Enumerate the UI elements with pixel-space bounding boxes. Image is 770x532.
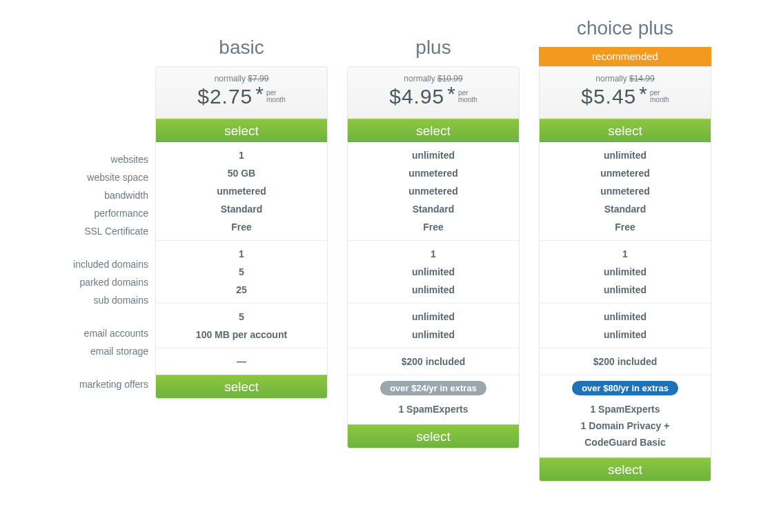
extra-item: 1 SpamExperts: [540, 401, 711, 417]
label-ssl: SSL Certificate: [34, 222, 155, 240]
val: unmetered: [540, 164, 711, 182]
val: Standard: [540, 200, 711, 218]
val: unlimited: [540, 308, 711, 326]
label-sub-domains: sub domains: [34, 291, 155, 309]
plans-row: basic normally $7.99 $2.75 * permonth se…: [155, 14, 711, 482]
pricing-table: websites website space bandwidth perform…: [34, 14, 738, 482]
val: unlimited: [348, 146, 519, 164]
plan-basic: basic normally $7.99 $2.75 * permonth se…: [155, 14, 328, 482]
label-email-storage: email storage: [34, 342, 155, 360]
price-basic: $2.75: [197, 85, 253, 108]
val: 100 MB per account: [156, 326, 327, 344]
val: $200 included: [540, 353, 711, 371]
val: 50 GB: [156, 164, 327, 182]
extras-badge-plus: over $24/yr in extras: [380, 381, 486, 395]
extras-badge-choice: over $80/yr in extras: [572, 381, 678, 395]
label-marketing-offers: marketing offers: [34, 375, 155, 393]
per-month: permonth: [650, 90, 669, 104]
recommended-ribbon: recommended: [539, 47, 711, 66]
val: $200 included: [348, 353, 519, 371]
val: Standard: [348, 200, 519, 218]
asterisk-icon: *: [255, 82, 264, 106]
val: unlimited: [348, 263, 519, 281]
val: 1: [540, 245, 711, 263]
label-parked-domains: parked domains: [34, 273, 155, 291]
val: unlimited: [540, 326, 711, 344]
select-button-plus-top[interactable]: select: [348, 119, 519, 142]
val: 1: [156, 146, 327, 164]
per-month: permonth: [266, 90, 286, 104]
asterisk-icon: *: [447, 82, 455, 106]
val: —: [156, 353, 327, 371]
per-month: permonth: [458, 90, 477, 104]
asterisk-icon: *: [639, 82, 647, 106]
price-box-choice: normally $14.99 $5.45 * permonth: [540, 67, 711, 119]
extra-item: 1 Domain Privacy +: [540, 417, 711, 434]
val: 25: [156, 281, 327, 299]
select-button-plus-bottom[interactable]: select: [348, 424, 519, 448]
select-button-basic-top[interactable]: select: [156, 119, 327, 142]
price-plus: $4.95: [389, 85, 444, 108]
label-performance: performance: [34, 204, 155, 222]
val: unmetered: [348, 164, 519, 182]
label-email-accounts: email accounts: [34, 324, 155, 342]
val: Free: [540, 218, 711, 236]
val: 1: [156, 245, 327, 263]
plan-plus: plus normally $10.99 $4.95 * permonth se…: [347, 14, 520, 482]
label-website-space: website space: [34, 168, 155, 186]
val: Free: [348, 218, 519, 236]
select-button-choice-top[interactable]: select: [540, 119, 711, 142]
select-button-basic-bottom[interactable]: select: [156, 375, 327, 398]
normally-label: normally: [215, 74, 246, 83]
val: Free: [156, 218, 327, 236]
val: unlimited: [540, 281, 711, 299]
val: Standard: [156, 200, 327, 218]
val: unlimited: [540, 263, 711, 281]
extra-item: CodeGuard Basic: [540, 434, 711, 451]
feature-labels: websites website space bandwidth perform…: [34, 14, 155, 397]
price-box-basic: normally $7.99 $2.75 * permonth: [156, 67, 327, 119]
label-included-domains: included domains: [34, 255, 155, 273]
val: unlimited: [348, 308, 519, 326]
val: unmetered: [348, 182, 519, 200]
val: 5: [156, 263, 327, 281]
val: 1: [348, 245, 519, 263]
label-bandwidth: bandwidth: [34, 186, 155, 204]
val: unmetered: [540, 182, 711, 200]
normally-label: normally: [595, 74, 626, 83]
val: unmetered: [156, 182, 327, 200]
price-box-plus: normally $10.99 $4.95 * permonth: [348, 67, 519, 119]
price-choice: $5.45: [581, 85, 636, 108]
label-websites: websites: [34, 150, 155, 168]
val: unlimited: [348, 281, 519, 299]
val: 5: [156, 308, 327, 326]
extra-item: 1 SpamExperts: [348, 401, 519, 417]
val: unlimited: [348, 326, 519, 344]
plan-choice-plus: choice plus recommended normally $14.99 …: [539, 14, 711, 482]
plan-title-plus: plus: [347, 33, 520, 66]
plan-title-choice: choice plus: [539, 14, 711, 47]
normally-label: normally: [404, 74, 435, 83]
val: unlimited: [540, 146, 711, 164]
select-button-choice-bottom[interactable]: select: [540, 457, 711, 481]
plan-title-basic: basic: [155, 33, 328, 66]
